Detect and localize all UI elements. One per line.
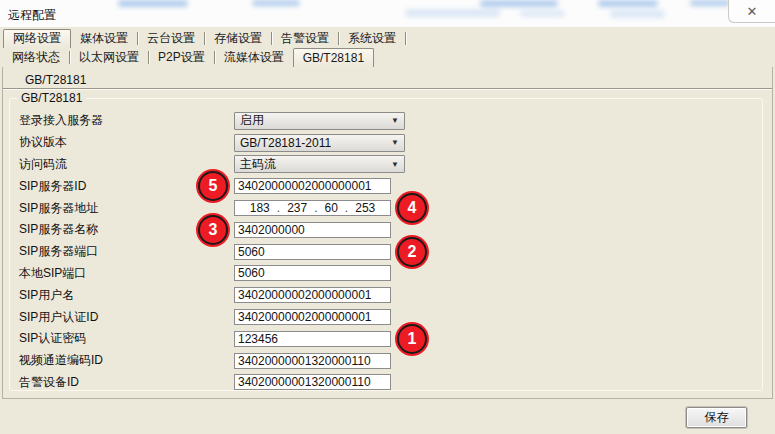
field-label: 访问码流 (18, 156, 234, 173)
tab-network-settings[interactable]: 网络设置 (3, 29, 71, 48)
gbt28181-groupbox: GB/T28181 登录接入服务器 启用 ▼ 协议版本 GB/T28181-20… (9, 98, 763, 391)
form-row-sip-username: SIP用户名 (18, 284, 754, 306)
chevron-down-icon: ▼ (391, 138, 402, 147)
header-separator (3, 88, 772, 90)
tab-alarm-settings[interactable]: 告警设置 (272, 29, 338, 48)
chevron-down-icon: ▼ (391, 160, 402, 169)
chevron-down-icon: ▼ (391, 116, 402, 125)
local-sip-port-input[interactable] (234, 265, 391, 281)
gbt28181-form: 登录接入服务器 启用 ▼ 协议版本 GB/T28181-2011 ▼ 访问码流 (18, 110, 754, 393)
video-channel-id-input[interactable] (234, 353, 391, 369)
tab-page-gbt28181: GB/T28181 GB/T28181 登录接入服务器 启用 ▼ 协议版本 GB… (2, 67, 773, 399)
sip-user-auth-id-input[interactable] (234, 309, 391, 325)
page-subtitle: GB/T28181 (25, 73, 86, 87)
field-label: 登录接入服务器 (18, 112, 234, 129)
sip-server-id-input[interactable] (234, 178, 391, 194)
form-row-sip-server-port: SIP服务器端口 2 (18, 241, 754, 263)
form-row-sip-server-name: SIP服务器名称 3 (18, 219, 754, 241)
tab-ethernet-settings[interactable]: 以太网设置 (70, 48, 148, 67)
save-button[interactable]: 保存 (686, 407, 747, 428)
sip-server-name-input[interactable] (234, 222, 391, 238)
field-label: 视频通道编码ID (18, 352, 234, 369)
close-button[interactable]: ✕ (728, 0, 775, 23)
background-blur (520, 10, 565, 17)
field-label: 告警设备ID (18, 374, 234, 391)
login-server-select[interactable]: 启用 ▼ (234, 112, 405, 130)
form-row-login-server: 登录接入服务器 启用 ▼ (18, 110, 754, 132)
background-blur (480, 0, 558, 7)
form-row-local-sip-port: 本地SIP端口 (18, 263, 754, 285)
field-label: 本地SIP端口 (18, 265, 234, 282)
annotation-badge-2: 2 (395, 235, 429, 269)
annotation-badge-1: 1 (395, 322, 429, 356)
field-label: SIP认证密码 (18, 330, 234, 347)
dialog-footer: 保存 (0, 399, 775, 434)
annotation-badge-5: 5 (196, 169, 230, 203)
tab-separator (405, 32, 406, 45)
tab-gbt28181[interactable]: GB/T28181 (293, 48, 374, 67)
background-blur (252, 0, 300, 6)
background-blur (118, 0, 188, 7)
field-label: 协议版本 (18, 134, 234, 151)
tab-p2p-settings[interactable]: P2P设置 (149, 48, 214, 67)
tab-system-settings[interactable]: 系统设置 (339, 29, 405, 48)
protocol-version-select[interactable]: GB/T28181-2011 ▼ (234, 134, 405, 152)
form-row-sip-auth-password: SIP认证密码 1 (18, 328, 754, 350)
background-blur (610, 10, 665, 18)
close-icon: ✕ (747, 5, 758, 18)
background-blur (405, 9, 500, 17)
form-row-video-channel-id: 视频通道编码ID (18, 350, 754, 372)
form-row-alarm-device-id: 告警设备ID (18, 372, 754, 394)
sip-auth-password-input[interactable] (234, 331, 391, 347)
tab-strip-primary: 网络设置 媒体设置 云台设置 存储设置 告警设置 系统设置 (3, 29, 406, 48)
groupbox-title: GB/T28181 (17, 91, 86, 105)
tab-stream-media-settings[interactable]: 流媒体设置 (215, 48, 293, 67)
access-stream-select[interactable]: 主码流 ▼ (234, 155, 405, 173)
form-row-sip-user-auth-id: SIP用户认证ID (18, 306, 754, 328)
tab-storage-settings[interactable]: 存储设置 (205, 29, 271, 48)
form-row-access-stream: 访问码流 主码流 ▼ (18, 154, 754, 176)
field-label: SIP用户认证ID (18, 309, 234, 326)
window-title: 远程配置 (8, 7, 56, 24)
alarm-device-id-input[interactable] (234, 374, 391, 390)
form-row-protocol-version: 协议版本 GB/T28181-2011 ▼ (18, 132, 754, 154)
background-blur (690, 0, 730, 6)
tab-network-status[interactable]: 网络状态 (3, 48, 69, 67)
form-row-sip-server-address: SIP服务器地址 183 . 237 . 60 . 253 4 (18, 197, 754, 219)
sip-server-port-input[interactable] (234, 244, 391, 260)
title-bar: 远程配置 ✕ (0, 0, 775, 27)
remote-config-dialog: 远程配置 ✕ 网络设置 媒体设置 云台设置 存储设置 告警设置 系统设置 网络状… (0, 0, 775, 434)
field-label: SIP用户名 (18, 287, 234, 304)
form-row-sip-server-id: SIP服务器ID 5 (18, 175, 754, 197)
annotation-badge-4: 4 (395, 191, 429, 225)
field-label: SIP服务器地址 (18, 200, 234, 217)
field-label: SIP服务器端口 (18, 243, 234, 260)
background-blur (598, 0, 658, 7)
tab-media-settings[interactable]: 媒体设置 (71, 29, 137, 48)
sip-username-input[interactable] (234, 287, 391, 303)
annotation-badge-3: 3 (196, 213, 230, 247)
tab-strip-secondary: 网络状态 以太网设置 P2P设置 流媒体设置 GB/T28181 (3, 48, 374, 67)
sip-server-address-input[interactable]: 183 . 237 . 60 . 253 (234, 200, 391, 216)
tab-ptz-settings[interactable]: 云台设置 (138, 29, 204, 48)
